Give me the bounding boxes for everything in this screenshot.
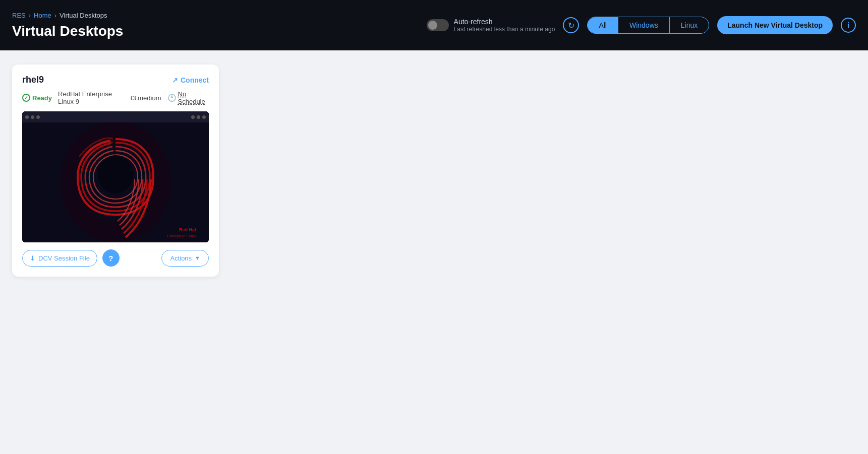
header-right: Auto-refresh Last refreshed less than a … — [427, 16, 856, 34]
desktop-size: t3.medium — [131, 94, 161, 102]
help-button[interactable]: ? — [102, 249, 120, 267]
breadcrumb-current: Virtual Desktops — [60, 12, 107, 19]
connect-label: Connect — [181, 76, 209, 84]
preview-bar-right — [191, 115, 206, 119]
filter-tabs: All Windows Linux — [587, 17, 709, 34]
actions-label: Actions — [170, 254, 192, 262]
card-meta: Ready RedHat Enterprise Linux 9 t3.mediu… — [22, 90, 209, 105]
auto-refresh-control: Auto-refresh Last refreshed less than a … — [427, 18, 555, 33]
status-ready-icon — [22, 94, 30, 102]
status-badge: Ready — [22, 94, 52, 102]
desktop-name: rhel9 — [22, 75, 44, 85]
tab-all[interactable]: All — [588, 17, 618, 33]
breadcrumb-res[interactable]: RES — [12, 12, 26, 19]
external-link-icon: ↗ — [172, 76, 178, 84]
card-header: rhel9 ↗ Connect — [22, 75, 209, 85]
dcv-session-file-button[interactable]: ⬇ DCV Session File — [22, 250, 97, 267]
desktop-card: rhel9 ↗ Connect Ready RedHat Enterprise … — [12, 64, 219, 277]
breadcrumb: RES › Home › Virtual Desktops — [12, 12, 123, 19]
breadcrumb-home[interactable]: Home — [34, 12, 51, 19]
auto-refresh-text: Auto-refresh Last refreshed less than a … — [454, 18, 555, 33]
card-actions: ⬇ DCV Session File ? Actions ▼ — [22, 249, 209, 267]
svg-point-2 — [98, 155, 133, 193]
preview-dot-2 — [31, 115, 34, 119]
actions-button[interactable]: Actions ▼ — [161, 250, 209, 267]
download-icon: ⬇ — [30, 254, 35, 262]
tab-linux[interactable]: Linux — [669, 17, 709, 33]
chevron-down-icon: ▼ — [195, 255, 200, 261]
info-icon[interactable]: i — [841, 18, 856, 33]
desktop-preview: Red Hat Enterprise Linux — [22, 111, 209, 242]
preview-dot-r1 — [191, 115, 195, 119]
preview-dot-r3 — [202, 115, 206, 119]
tab-windows[interactable]: Windows — [618, 17, 669, 33]
preview-bar — [22, 111, 209, 122]
svg-text:Red Hat: Red Hat — [179, 227, 196, 232]
dcv-button-label: DCV Session File — [38, 254, 90, 262]
preview-dot-3 — [36, 115, 40, 119]
launch-new-virtual-desktop-button[interactable]: Launch New Virtual Desktop — [717, 16, 833, 34]
preview-dot-1 — [25, 115, 29, 119]
breadcrumb-sep-2: › — [54, 12, 56, 19]
auto-refresh-label: Auto-refresh — [454, 18, 555, 26]
header-left: RES › Home › Virtual Desktops Virtual De… — [12, 12, 123, 39]
main-content: rhel9 ↗ Connect Ready RedHat Enterprise … — [0, 50, 868, 291]
clock-icon: 🕐 — [167, 94, 176, 102]
desktop-os: RedHat Enterprise Linux 9 — [58, 90, 125, 105]
app-header: RES › Home › Virtual Desktops Virtual De… — [0, 0, 868, 50]
svg-text:Enterprise Linux: Enterprise Linux — [167, 234, 196, 238]
toggle-knob — [428, 21, 437, 30]
auto-refresh-toggle[interactable] — [427, 19, 449, 31]
schedule-label[interactable]: No Schedule — [178, 90, 209, 105]
status-label: Ready — [32, 94, 52, 102]
page-title: Virtual Desktops — [12, 23, 123, 39]
connect-link[interactable]: ↗ Connect — [172, 76, 209, 84]
auto-refresh-sublabel: Last refreshed less than a minute ago — [454, 26, 555, 33]
schedule-control[interactable]: 🕐 No Schedule — [167, 90, 209, 105]
breadcrumb-sep-1: › — [29, 12, 31, 19]
preview-dot-r2 — [197, 115, 200, 119]
rhel9-artwork: Red Hat Enterprise Linux — [22, 111, 209, 242]
refresh-button[interactable]: ↻ — [563, 17, 579, 33]
